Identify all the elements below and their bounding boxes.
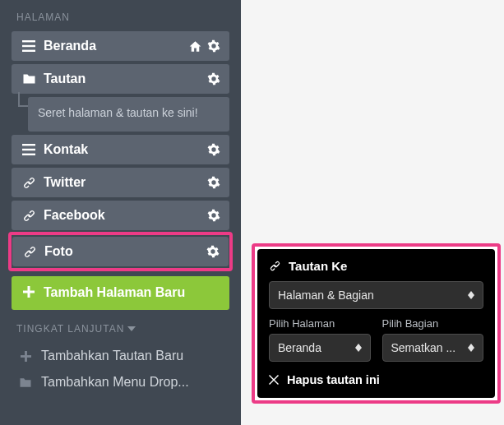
popover-title-text: Tautan Ke [289,259,347,273]
advanced-section-toggle[interactable]: TINGKAT LANJUTAN [12,320,229,343]
page-select-label: Pilih Halaman [269,317,371,330]
nav-item-tautan[interactable]: Tautan [12,64,229,94]
plus-icon [21,286,37,298]
section-select-label: Pilih Bagian [382,317,484,330]
sidebar: HALAMAN Beranda Tautan Seret halaman & t… [0,0,241,425]
nav-item-label: Beranda [44,39,188,53]
advanced-section-label: TINGKAT LANJUTAN [16,323,124,335]
svg-rect-1 [22,45,35,47]
updown-icon [355,344,362,352]
nav-item-beranda[interactable]: Beranda [12,31,229,61]
gear-icon[interactable] [207,209,220,222]
svg-rect-5 [22,154,35,155]
advanced-item-add-link[interactable]: Tambahkan Tautan Baru [12,343,229,369]
advanced-item-add-dropdown[interactable]: Tambahkan Menu Drop... [12,369,229,395]
svg-rect-9 [21,355,31,358]
nav-item-foto[interactable]: Foto [12,237,229,266]
sidebar-section-label: HALAMAN [12,7,229,31]
popover-title: Tautan Ke [269,259,483,273]
gear-icon[interactable] [207,143,220,156]
home-icon[interactable] [188,40,202,53]
folder-icon [15,377,36,388]
section-select[interactable]: Sematkan ... [382,334,484,362]
gear-icon[interactable] [207,176,220,189]
svg-rect-4 [22,149,35,150]
svg-rect-2 [22,50,35,52]
nav-item-label: Facebook [44,208,207,223]
gear-icon[interactable] [207,39,220,53]
menu-icon [21,144,37,155]
gear-icon[interactable] [207,72,220,85]
nav-item-kontak[interactable]: Kontak [12,135,229,164]
nav-item-label: Tautan [44,72,207,86]
advanced-item-label: Tambahkan Tautan Baru [41,349,183,363]
svg-rect-0 [22,40,35,42]
svg-rect-7 [23,291,35,293]
nav-item-label: Foto [44,244,206,259]
updown-icon [468,344,474,352]
link-type-select[interactable]: Halaman & Bagian [269,281,483,309]
folder-icon [21,73,37,85]
page-select-value: Beranda [278,341,321,354]
link-icon [21,209,37,223]
close-icon [269,375,279,385]
plus-icon [15,351,36,362]
link-icon [21,245,38,259]
delete-link-label: Hapus tautan ini [287,373,380,386]
nav-item-facebook[interactable]: Facebook [12,201,229,230]
chevron-down-icon [127,326,136,331]
highlighted-nav-wrap: Foto [8,232,233,271]
link-icon [269,260,282,272]
nav-item-twitter[interactable]: Twitter [12,168,229,197]
advanced-item-label: Tambahkan Menu Drop... [41,375,189,390]
updown-icon [468,291,474,299]
svg-rect-3 [22,144,35,146]
nav-item-label: Kontak [44,142,207,157]
menu-icon [21,40,37,52]
gear-icon[interactable] [206,245,220,258]
link-popover: Tautan Ke Halaman & Bagian Pilih Halaman… [257,249,495,398]
link-icon [21,176,37,190]
add-page-button[interactable]: Tambah Halaman Baru [12,276,229,310]
nav-item-label: Twitter [44,175,207,190]
section-select-value: Sematkan ... [391,341,456,354]
add-page-label: Tambah Halaman Baru [44,284,220,300]
page-select[interactable]: Beranda [269,334,371,362]
delete-link-button[interactable]: Hapus tautan ini [269,372,483,386]
link-popover-highlight: Tautan Ke Halaman & Bagian Pilih Halaman… [252,243,501,404]
drop-target-hint[interactable]: Seret halaman & tautan ke sini! [28,97,229,132]
link-type-value: Halaman & Bagian [278,289,374,302]
